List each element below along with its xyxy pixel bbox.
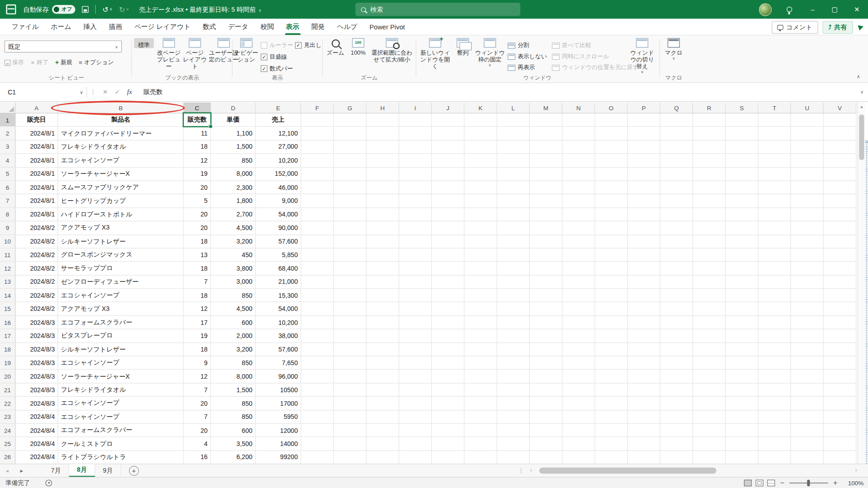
cell-R11[interactable] [693,249,726,262]
sheet-nav-right-icon[interactable]: ▸ [14,468,29,474]
column-header-S[interactable]: S [726,103,758,113]
name-box[interactable]: C1 ∨ [3,85,86,99]
cell-N26[interactable] [562,451,595,464]
cell-R7[interactable] [693,194,726,208]
unhide-button[interactable]: 再表示 [508,62,547,73]
cell-S15[interactable] [726,302,758,316]
cell-C6[interactable]: 20 [184,181,211,194]
cell-I17[interactable] [399,329,432,343]
cell-N19[interactable] [562,357,595,370]
cell-D17[interactable]: 2,000 [211,329,256,343]
cell-T7[interactable] [759,194,791,208]
cell-Q3[interactable] [660,141,693,154]
cell-B14[interactable]: エコシャインソープ [58,289,184,302]
cell-B15[interactable]: アクアモップ X3 [58,302,184,316]
cell-U20[interactable] [791,370,824,383]
cell-C24[interactable]: 20 [184,424,211,437]
cell-U14[interactable] [791,289,824,302]
cell-S24[interactable] [726,424,758,437]
cell-C4[interactable]: 12 [184,154,211,168]
cell-J25[interactable] [432,437,464,451]
cell-D3[interactable]: 1,500 [211,141,256,154]
cell-H23[interactable] [367,410,399,424]
cell-A13[interactable]: 2024/8/2 [15,275,58,289]
cell-H5[interactable] [367,167,399,181]
cell-M12[interactable] [530,262,562,276]
cell-C3[interactable]: 18 [184,141,211,154]
cell-M22[interactable] [530,397,562,410]
cell-N24[interactable] [562,424,595,437]
cell-H13[interactable] [367,275,399,289]
cell-I13[interactable] [399,275,432,289]
cell-O15[interactable] [595,302,627,316]
cell-I1[interactable] [399,113,432,127]
avatar[interactable] [759,3,772,16]
cell-B16[interactable]: エコフォームスクラバー [58,316,184,329]
row-number-24[interactable]: 24 [0,424,15,437]
sheet-view-new-button[interactable]: +新規 [55,59,72,66]
cell-A17[interactable]: 2024/8/3 [15,329,58,343]
cell-C16[interactable]: 17 [184,316,211,329]
cell-T10[interactable] [759,235,791,249]
cell-G8[interactable] [334,208,366,221]
column-header-U[interactable]: U [791,103,824,113]
cell-E24[interactable]: 12000 [256,424,301,437]
confirm-entry-icon[interactable]: ✓ [111,89,123,96]
sheet-view-options-button[interactable]: ≡オプション [79,59,113,66]
cell-V19[interactable] [824,357,856,370]
cell-F7[interactable] [301,194,334,208]
cell-I7[interactable] [399,194,432,208]
cell-E15[interactable]: 54,000 [256,302,301,316]
cell-V16[interactable] [824,316,856,329]
cell-E25[interactable]: 14000 [256,437,301,451]
cell-U1[interactable] [791,113,824,127]
cell-D9[interactable]: 4,500 [211,221,256,235]
cell-Q26[interactable] [660,451,693,464]
cell-K8[interactable] [464,208,497,221]
row-number-17[interactable]: 17 [0,329,15,343]
cell-R12[interactable] [693,262,726,276]
cell-F21[interactable] [301,383,334,397]
column-header-V[interactable]: V [824,103,856,113]
cell-V3[interactable] [824,141,856,154]
cell-I15[interactable] [399,302,432,316]
cell-S12[interactable] [726,262,758,276]
cell-R15[interactable] [693,302,726,316]
cell-P23[interactable] [628,410,660,424]
cell-R18[interactable] [693,343,726,357]
cell-R8[interactable] [693,208,726,221]
cell-O4[interactable] [595,154,627,168]
cell-I26[interactable] [399,451,432,464]
cell-N13[interactable] [562,275,595,289]
column-header-K[interactable]: K [464,103,497,113]
headings-checkbox[interactable]: 見出し [295,42,321,49]
cell-J22[interactable] [432,397,464,410]
cell-H10[interactable] [367,235,399,249]
cell-Q1[interactable] [660,113,693,127]
cell-A15[interactable]: 2024/8/2 [15,302,58,316]
cell-C26[interactable]: 16 [184,451,211,464]
cell-G2[interactable] [334,127,366,141]
cell-C15[interactable]: 12 [184,302,211,316]
cell-G22[interactable] [334,397,366,410]
search-box[interactable]: 検索 [355,3,520,16]
zoom-slider-thumb[interactable] [807,479,810,486]
menu-tab-挿入[interactable]: 挿入 [77,19,103,35]
cell-U22[interactable] [791,397,824,410]
row-number-21[interactable]: 21 [0,383,15,397]
cell-G25[interactable] [334,437,366,451]
cell-T11[interactable] [759,249,791,262]
cancel-entry-icon[interactable]: ✕ [99,89,111,96]
cell-A10[interactable]: 2024/8/2 [15,235,58,249]
cell-H7[interactable] [367,194,399,208]
cell-T20[interactable] [759,370,791,383]
cell-C1[interactable]: 販売数 [184,113,211,127]
row-number-7[interactable]: 7 [0,194,15,208]
cell-U13[interactable] [791,275,824,289]
cell-C11[interactable]: 13 [184,249,211,262]
cell-H18[interactable] [367,343,399,357]
cell-M17[interactable] [530,329,562,343]
cell-Q15[interactable] [660,302,693,316]
cell-R2[interactable] [693,127,726,141]
cell-G16[interactable] [334,316,366,329]
